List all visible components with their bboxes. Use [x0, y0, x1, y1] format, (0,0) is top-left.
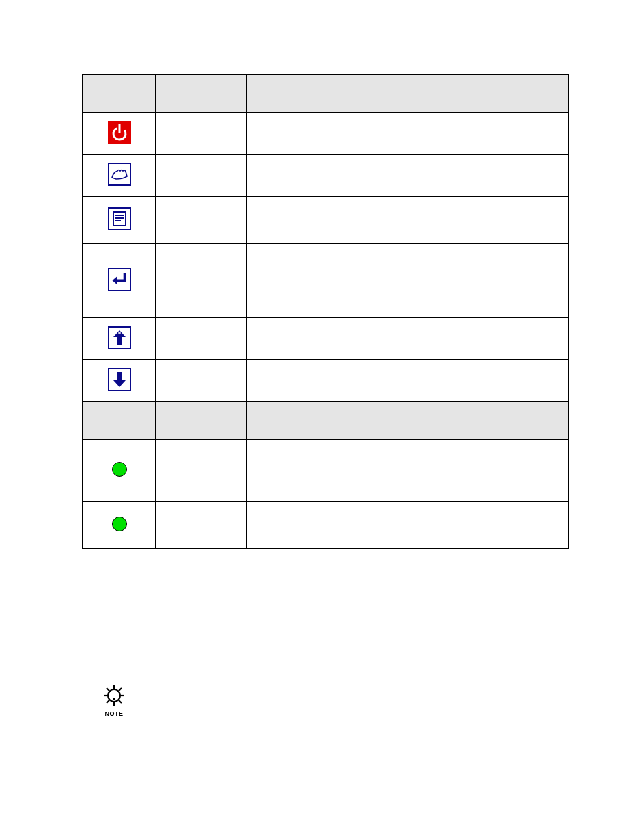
cell-name: [156, 318, 247, 360]
reference-table: [82, 74, 569, 549]
cell-desc: [247, 360, 569, 402]
svg-line-14: [119, 700, 122, 703]
svg-point-17: [113, 698, 115, 700]
arrow-down-icon: [108, 368, 131, 391]
header-description: [247, 75, 569, 113]
cell-icon-power: [83, 113, 156, 155]
cell-icon-led2: [83, 502, 156, 549]
cell-desc: [247, 440, 569, 502]
green-led-icon: [112, 517, 127, 531]
menu-icon: [108, 207, 131, 230]
cell-desc: [247, 502, 569, 549]
enter-icon: [108, 268, 131, 291]
cell-name: [156, 360, 247, 402]
cell-name: [156, 502, 247, 549]
cell-icon-enter: [83, 244, 156, 318]
header-symbol: [83, 75, 156, 113]
header-name: [156, 75, 247, 113]
note-label: NOTE: [105, 710, 123, 717]
cell-desc: [247, 113, 569, 155]
cell-name: [156, 155, 247, 197]
feed-icon: [108, 163, 131, 186]
green-led-icon: [112, 462, 127, 477]
cell-desc: [247, 197, 569, 244]
header2-name: [156, 402, 247, 440]
cell-desc: [247, 155, 569, 197]
cell-icon-feed: [83, 155, 156, 197]
header2-symbol: [83, 402, 156, 440]
cell-desc: [247, 318, 569, 360]
cell-icon-led1: [83, 440, 156, 502]
cell-icon-menu: [83, 197, 156, 244]
svg-line-16: [119, 688, 122, 691]
cell-icon-up: [83, 318, 156, 360]
cell-name: [156, 197, 247, 244]
cell-icon-down: [83, 360, 156, 402]
cell-name: [156, 440, 247, 502]
power-icon: [108, 121, 131, 144]
arrow-up-icon: [108, 326, 131, 349]
note-block: NOTE: [82, 684, 568, 717]
svg-line-15: [107, 700, 109, 703]
note-gear-icon: [103, 684, 126, 709]
svg-line-13: [107, 688, 109, 691]
header2-description: [247, 402, 569, 440]
cell-desc: [247, 244, 569, 318]
cell-name: [156, 244, 247, 318]
cell-name: [156, 113, 247, 155]
